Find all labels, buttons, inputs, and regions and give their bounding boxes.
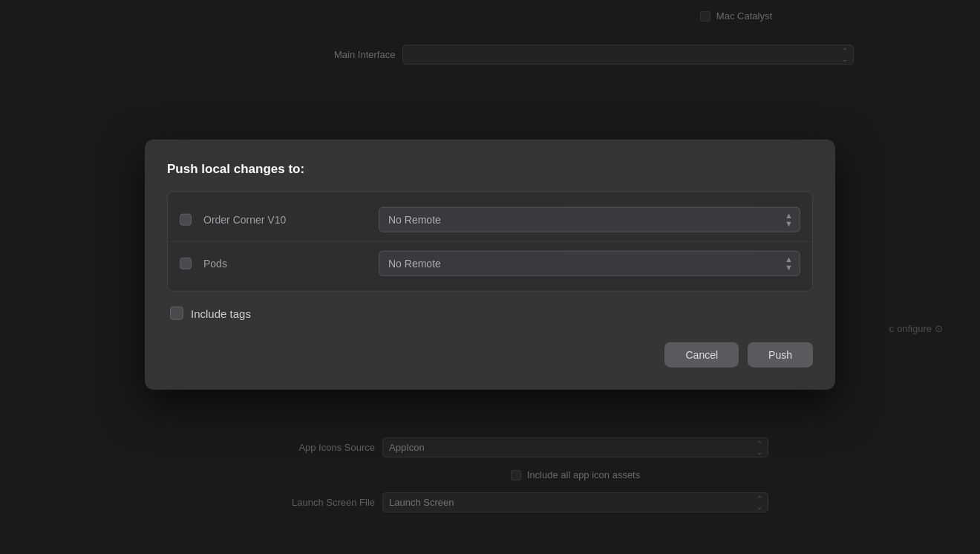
include-tags-checkbox[interactable] [170,307,183,320]
include-tags-label: Include tags [191,307,251,319]
order-corner-label: Order Corner V10 [203,214,367,226]
order-corner-checkbox[interactable] [180,214,192,226]
order-corner-select-wrapper: No Remote ▲▼ [379,207,800,232]
pods-label: Pods [203,258,367,270]
push-button[interactable]: Push [748,342,813,368]
pods-remote-select[interactable]: No Remote [379,251,800,276]
include-tags-row: Include tags [167,307,813,320]
pods-checkbox[interactable] [180,258,192,270]
pods-select-wrapper: No Remote ▲▼ [379,251,800,276]
repos-table: Order Corner V10 No Remote ▲▼ Pods No Re… [167,192,813,292]
table-row: Pods No Remote ▲▼ [168,242,812,285]
push-modal: Push local changes to: Order Corner V10 … [145,140,835,390]
order-corner-remote-select[interactable]: No Remote [379,207,800,232]
cancel-button[interactable]: Cancel [664,342,739,368]
modal-buttons: Cancel Push [167,342,813,368]
table-row: Order Corner V10 No Remote ▲▼ [168,198,812,242]
modal-title: Push local changes to: [167,162,813,177]
